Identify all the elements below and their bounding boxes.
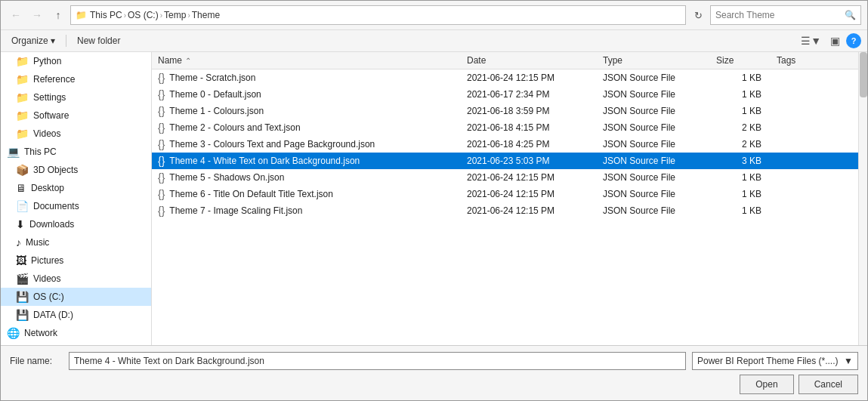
file-type-cell: JSON Source File [603, 72, 716, 83]
file-icon: {} [158, 122, 165, 134]
sidebar-icon-settings: 📁 [16, 91, 29, 103]
search-input[interactable] [715, 10, 842, 20]
sidebar-item-desktop[interactable]: 🖥Desktop [1, 179, 151, 197]
breadcrumb-osc[interactable]: OS (C:) [128, 10, 159, 20]
file-name-cell: {} Theme 5 - Shadows On.json [158, 171, 467, 184]
sidebar-label-software: Software [33, 110, 69, 121]
back-button[interactable]: ← [7, 6, 25, 24]
sidebar-item-pictures[interactable]: 🖼Pictures [1, 251, 151, 270]
file-name-cell: {} Theme 2 - Colours and Text.json [158, 122, 467, 134]
sidebar-item-software[interactable]: 📁Software [1, 106, 151, 125]
up-button[interactable]: ↑ [49, 6, 67, 24]
forward-button[interactable]: → [28, 6, 46, 24]
cancel-button[interactable]: Cancel [798, 375, 858, 394]
file-date-cell: 2021-06-24 12:15 PM [467, 189, 603, 199]
file-size-cell: 1 KB [716, 106, 777, 116]
sidebar-item-network[interactable]: 🌐Network [1, 324, 151, 342]
address-bar[interactable]: 📁 This PC › OS (C:) › Temp › Theme [70, 5, 686, 25]
table-row[interactable]: {} Theme 5 - Shadows On.json 2021-06-24 … [152, 169, 858, 186]
sidebar-item-music[interactable]: ♪Music [1, 233, 151, 251]
column-date[interactable]: Date [467, 55, 603, 66]
toolbar2: Organize ▾ New folder ☰▼ ▣ ? [1, 30, 867, 52]
help-button[interactable]: ? [846, 33, 861, 48]
sidebar-item-reference[interactable]: 📁Reference [1, 70, 151, 88]
file-date-cell: 2021-06-18 4:15 PM [467, 122, 603, 133]
sidebar-item-python[interactable]: 📁Python [1, 52, 151, 70]
file-icon: {} [158, 88, 165, 100]
column-name[interactable]: Name ⌃ [158, 55, 467, 66]
sidebar-item-data-d[interactable]: 💾DATA (D:) [1, 306, 151, 324]
file-date-cell: 2021-06-24 12:15 PM [467, 72, 603, 83]
table-row[interactable]: {} Theme 4 - White Text on Dark Backgrou… [152, 153, 858, 169]
file-date-cell: 2021-06-17 2:34 PM [467, 89, 603, 100]
column-tags[interactable]: Tags [777, 55, 852, 66]
breadcrumb-temp[interactable]: Temp [164, 10, 186, 20]
file-name: Theme 2 - Colours and Text.json [169, 122, 300, 133]
sidebar-label-music: Music [26, 237, 49, 248]
view-options-button[interactable]: ☰▼ [798, 33, 824, 48]
file-name: Theme 0 - Default.json [169, 89, 261, 100]
table-row[interactable]: {} Theme 3 - Colours Text and Page Backg… [152, 136, 858, 153]
file-icon: {} [158, 138, 165, 150]
table-row[interactable]: {} Theme 7 - Image Scaling Fit.json 2021… [152, 202, 858, 219]
sidebar-item-settings[interactable]: 📁Settings [1, 88, 151, 106]
sidebar-label-documents: Documents [33, 201, 79, 211]
scrollbar[interactable] [858, 52, 867, 345]
sidebar-item-videos2[interactable]: 🎬Videos [1, 270, 151, 288]
table-row[interactable]: {} Theme 6 - Title On Default Title Text… [152, 186, 858, 202]
file-icon: {} [158, 171, 165, 184]
sidebar-icon-downloads: ⬇ [16, 218, 25, 230]
filename-input[interactable] [69, 352, 686, 370]
sidebar-item-this-pc[interactable]: 💻This PC [1, 143, 151, 161]
table-row[interactable]: {} Theme 2 - Colours and Text.json 2021-… [152, 119, 858, 136]
column-size[interactable]: Size [716, 55, 777, 66]
file-date-cell: 2021-06-23 5:03 PM [467, 156, 603, 166]
sidebar-item-downloads[interactable]: ⬇Downloads [1, 215, 151, 233]
file-name-cell: {} Theme 3 - Colours Text and Page Backg… [158, 138, 467, 150]
refresh-button[interactable]: ↻ [689, 6, 707, 24]
file-type-cell: JSON Source File [603, 106, 716, 116]
sidebar-label-desktop: Desktop [31, 183, 64, 193]
file-name: Theme 1 - Colours.json [169, 106, 264, 116]
file-date-cell: 2021-06-24 12:15 PM [467, 205, 603, 216]
view-details-button[interactable]: ▣ [827, 33, 843, 48]
sidebar-icon-os-c: 💾 [16, 291, 29, 303]
file-size-cell: 3 KB [716, 156, 777, 166]
open-button[interactable]: Open [740, 375, 793, 394]
sidebar-icon-software: 📁 [16, 110, 29, 122]
filetype-dropdown[interactable]: Power BI Report Theme Files (*....) ▼ [692, 352, 858, 370]
breadcrumb-theme[interactable]: Theme [192, 10, 220, 20]
column-type[interactable]: Type [603, 55, 716, 66]
table-row[interactable]: {} Theme 1 - Colours.json 2021-06-18 3:5… [152, 103, 858, 119]
bottom-bar: File name: Power BI Report Theme Files (… [1, 345, 867, 400]
organize-button[interactable]: Organize ▾ [7, 34, 60, 48]
file-size-cell: 2 KB [716, 122, 777, 133]
new-folder-button[interactable]: New folder [73, 34, 125, 48]
sidebar-icon-desktop: 🖥 [16, 182, 26, 194]
file-name: Theme - Scratch.json [169, 72, 255, 83]
file-name: Theme 7 - Image Scaling Fit.json [169, 205, 302, 216]
file-size-cell: 1 KB [716, 205, 777, 216]
file-type-cell: JSON Source File [603, 205, 716, 216]
file-date-cell: 2021-06-18 3:59 PM [467, 106, 603, 116]
sidebar-label-this-pc: This PC [24, 147, 57, 157]
sidebar-item-documents[interactable]: 📄Documents [1, 197, 151, 215]
main-area: 📁Python📁Reference📁Settings📁Software📁Vide… [1, 52, 867, 345]
sidebar-item-videos[interactable]: 📁Videos [1, 125, 151, 143]
sidebar-item-3d-objects[interactable]: 📦3D Objects [1, 161, 151, 179]
file-open-dialog: ← → ↑ 📁 This PC › OS (C:) › Temp › Theme… [0, 0, 868, 401]
file-icon: {} [158, 205, 165, 217]
sidebar-label-reference: Reference [33, 74, 75, 85]
sidebar-label-os-c: OS (C:) [33, 291, 64, 302]
table-row[interactable]: {} Theme 0 - Default.json 2021-06-17 2:3… [152, 86, 858, 103]
file-name-cell: {} Theme - Scratch.json [158, 72, 467, 84]
sidebar-label-data-d: DATA (D:) [33, 310, 73, 320]
breadcrumb-thispc[interactable]: This PC [90, 10, 122, 20]
file-size-cell: 2 KB [716, 139, 777, 150]
breadcrumb: This PC › OS (C:) › Temp › Theme [90, 10, 220, 20]
toolbar: ← → ↑ 📁 This PC › OS (C:) › Temp › Theme… [1, 1, 867, 30]
table-row[interactable]: {} Theme - Scratch.json 2021-06-24 12:15… [152, 69, 858, 86]
sidebar-item-os-c[interactable]: 💾OS (C:) [1, 288, 151, 306]
sidebar-label-network: Network [24, 328, 57, 338]
sidebar-icon-pictures: 🖼 [16, 254, 26, 267]
